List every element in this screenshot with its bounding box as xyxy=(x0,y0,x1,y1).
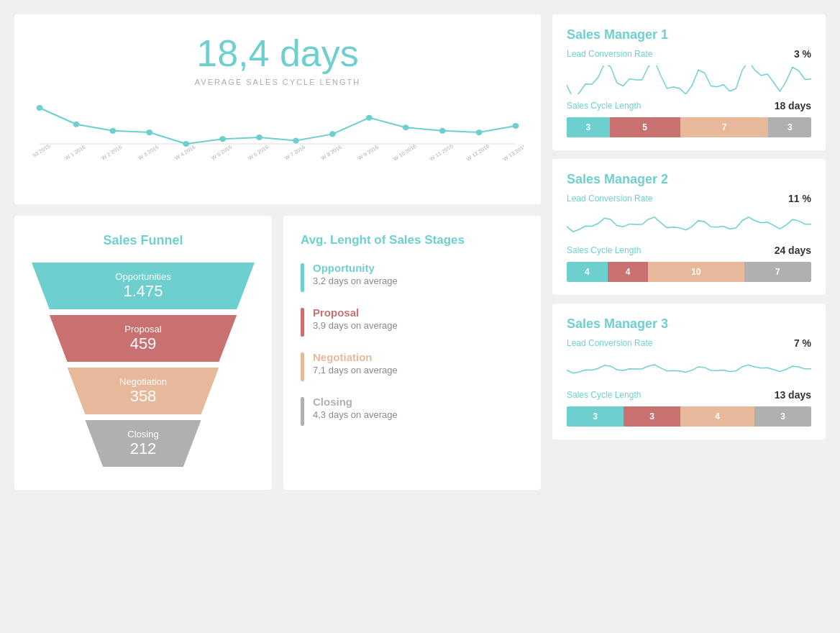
lead-conv-row: Lead Conversion Rate 11 % xyxy=(567,193,811,204)
stacked-bar: 3573 xyxy=(567,117,811,137)
manager-card-3: Sales Manager 3 Lead Conversion Rate 7 %… xyxy=(552,304,826,440)
svg-point-13 xyxy=(476,129,483,135)
right-panel: Sales Manager 1 Lead Conversion Rate 3 %… xyxy=(552,14,826,490)
stacked-bar: 3343 xyxy=(567,406,811,427)
stacked-bar: 44107 xyxy=(567,262,811,282)
avg-sales-chart: W 53 2015W 1 2016W 2 2016W 3 2016W 4 201… xyxy=(32,101,524,187)
bar-segment: 4 xyxy=(680,406,754,427)
avg-stages-card: Avg. Lenght of Sales Stages Opportunity … xyxy=(283,216,541,490)
stage-value: 7,1 days on average xyxy=(313,365,398,375)
svg-text:W 12 2016: W 12 2016 xyxy=(465,143,491,162)
svg-text:W 2 2016: W 2 2016 xyxy=(100,144,123,161)
svg-text:W 13 2016: W 13 2016 xyxy=(501,143,524,162)
lead-conv-row: Lead Conversion Rate 3 % xyxy=(567,48,811,60)
bar-segment: 4 xyxy=(608,262,649,282)
svg-point-12 xyxy=(439,128,446,134)
manager-name: Sales Manager 1 xyxy=(567,27,811,42)
bar-segment: 3 xyxy=(567,406,624,427)
funnel-item: Negotiation358 xyxy=(32,368,255,414)
svg-text:W 8 2016: W 8 2016 xyxy=(320,144,343,161)
dashboard: 18,4 days AVERAGE SALES CYCLE LENGTH W 5… xyxy=(14,14,826,490)
stage-value: 3,2 days on average xyxy=(313,275,398,286)
stage-value: 4,3 days on average xyxy=(313,409,398,420)
svg-text:W 1 2016: W 1 2016 xyxy=(63,144,86,161)
sales-cycle-label: Sales Cycle Length xyxy=(567,101,641,111)
svg-point-7 xyxy=(256,135,262,140)
svg-point-11 xyxy=(403,124,409,130)
lead-conv-value: 3 % xyxy=(794,48,811,60)
manager-name: Sales Manager 3 xyxy=(567,316,811,332)
sales-cycle-row: Sales Cycle Length 13 days xyxy=(567,389,811,401)
stage-item: Proposal 3,9 days on average xyxy=(301,306,524,337)
manager-card-2: Sales Manager 2 Lead Conversion Rate 11 … xyxy=(552,159,826,295)
lead-conv-label: Lead Conversion Rate xyxy=(567,193,652,204)
bar-segment: 7 xyxy=(744,262,811,282)
bar-segment: 3 xyxy=(754,406,811,427)
funnel-card: Sales Funnel Opportunities1.475Proposal4… xyxy=(14,216,272,490)
svg-point-10 xyxy=(366,115,373,121)
sales-cycle-value: 13 days xyxy=(775,389,811,401)
svg-text:W 11 2016: W 11 2016 xyxy=(429,143,455,162)
stage-label: Proposal xyxy=(313,306,398,319)
svg-text:W 10 2016: W 10 2016 xyxy=(392,143,418,162)
lead-conv-value: 11 % xyxy=(788,193,811,204)
avg-sales-card: 18,4 days AVERAGE SALES CYCLE LENGTH W 5… xyxy=(14,14,541,204)
stage-label: Negotiation xyxy=(313,351,398,363)
svg-point-9 xyxy=(329,131,336,137)
funnel-title: Sales Funnel xyxy=(32,233,255,248)
stage-bar xyxy=(301,263,304,292)
svg-point-14 xyxy=(513,123,519,129)
lead-conv-row: Lead Conversion Rate 7 % xyxy=(567,337,811,349)
stage-bar xyxy=(301,397,304,426)
avg-stages-title: Avg. Lenght of Sales Stages xyxy=(301,233,524,247)
stage-items: Opportunity 3,2 days on average Proposal… xyxy=(301,262,524,426)
svg-text:W 5 2016: W 5 2016 xyxy=(210,144,233,161)
svg-text:W 53 2015: W 53 2015 xyxy=(32,143,52,162)
sparkline xyxy=(567,65,811,94)
svg-text:W 3 2016: W 3 2016 xyxy=(137,144,160,161)
sales-cycle-row: Sales Cycle Length 24 days xyxy=(567,245,811,256)
manager-card-1: Sales Manager 1 Lead Conversion Rate 3 %… xyxy=(552,14,826,150)
bottom-left: Sales Funnel Opportunities1.475Proposal4… xyxy=(14,216,541,490)
svg-point-4 xyxy=(146,129,152,135)
funnel-item: Opportunities1.475 xyxy=(32,263,255,309)
bar-segment: 3 xyxy=(768,117,811,137)
sales-cycle-row: Sales Cycle Length 18 days xyxy=(567,100,811,111)
lead-conv-label: Lead Conversion Rate xyxy=(567,49,652,59)
svg-text:W 9 2016: W 9 2016 xyxy=(357,144,380,161)
bar-segment: 4 xyxy=(567,262,608,282)
svg-point-6 xyxy=(219,136,226,142)
svg-text:W 7 2016: W 7 2016 xyxy=(283,144,306,161)
funnel-items: Opportunities1.475Proposal459Negotiation… xyxy=(32,263,255,467)
stage-item: Negotiation 7,1 days on average xyxy=(301,351,524,381)
bar-segment: 7 xyxy=(680,117,769,137)
svg-point-2 xyxy=(73,122,80,127)
stage-bar xyxy=(301,352,304,381)
sales-cycle-value: 24 days xyxy=(775,245,811,256)
svg-text:W 6 2016: W 6 2016 xyxy=(247,144,270,161)
stage-label: Opportunity xyxy=(313,262,398,274)
manager-name: Sales Manager 2 xyxy=(567,172,811,187)
bar-segment: 3 xyxy=(624,406,680,427)
avg-days-value: 18,4 days xyxy=(32,32,524,75)
stage-item: Closing 4,3 days on average xyxy=(301,396,524,426)
stage-item: Opportunity 3,2 days on average xyxy=(301,262,524,292)
avg-days-label: AVERAGE SALES CYCLE LENGTH xyxy=(32,78,524,86)
sparkline xyxy=(567,210,811,239)
bar-segment: 5 xyxy=(610,117,680,137)
stage-label: Closing xyxy=(313,396,398,408)
sales-cycle-label: Sales Cycle Length xyxy=(567,245,641,255)
stage-value: 3,9 days on average xyxy=(313,320,398,331)
sales-cycle-label: Sales Cycle Length xyxy=(567,390,641,400)
stage-bar xyxy=(301,308,304,337)
svg-point-3 xyxy=(109,128,116,134)
sales-cycle-value: 18 days xyxy=(775,100,811,111)
lead-conv-value: 7 % xyxy=(794,337,811,349)
bar-segment: 10 xyxy=(648,262,744,282)
svg-point-8 xyxy=(293,137,299,143)
funnel-item: Proposal459 xyxy=(32,315,255,362)
sparkline xyxy=(567,355,811,383)
funnel-item: Closing212 xyxy=(32,420,255,467)
svg-point-1 xyxy=(37,105,43,111)
bar-segment: 3 xyxy=(567,117,610,137)
